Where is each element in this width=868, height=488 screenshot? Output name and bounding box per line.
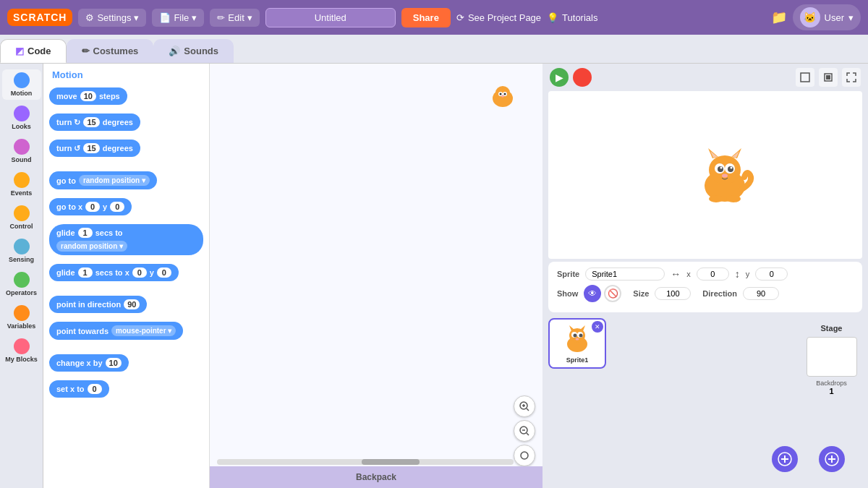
sprite-list-area: ✕ Sprite1: [542, 315, 868, 489]
sidebar-item-myblocks[interactable]: My Blocks: [2, 335, 41, 366]
block-set-x-shape[interactable]: set x to 0: [49, 380, 109, 398]
hide-eye-button[interactable]: 🚫: [604, 285, 621, 302]
block-goto-random[interactable]: go to random position ▾: [49, 171, 203, 194]
size-input[interactable]: [655, 287, 691, 300]
cat-sprite-main: [692, 142, 757, 207]
block-point-dir-input[interactable]: 90: [124, 299, 140, 309]
green-flag-button[interactable]: ▶: [550, 68, 569, 87]
zoom-in-button[interactable]: [514, 395, 535, 417]
block-turn-cw-shape[interactable]: turn ↻ 15 degrees: [49, 114, 140, 131]
settings-button[interactable]: ⚙ Settings ▾: [78, 9, 146, 27]
block-change-x-shape[interactable]: change x by 10: [49, 354, 129, 372]
sprite-item-sprite1[interactable]: ✕ Sprite1: [548, 318, 606, 369]
file-button[interactable]: 📄 File ▾: [152, 9, 204, 27]
block-point-dir[interactable]: point in direction 90: [49, 296, 203, 317]
block-glide-dropdown[interactable]: random position ▾: [56, 241, 127, 252]
scratch-logo[interactable]: SCRATCH: [7, 9, 72, 26]
project-title-input[interactable]: Untitled: [265, 8, 396, 27]
block-turn-ccw[interactable]: turn ↺ 15 degrees: [49, 140, 203, 161]
sounds-icon: 🔊: [169, 46, 180, 56]
x-value-input[interactable]: [697, 267, 729, 281]
sidebar-item-motion[interactable]: Motion: [2, 69, 41, 100]
block-glide-random-shape[interactable]: glide 1 secs to random position ▾: [49, 224, 203, 255]
block-glide-xy-shape[interactable]: glide 1 secs to x 0 y 0: [49, 264, 179, 281]
stage-normal-view-button[interactable]: [796, 68, 814, 87]
block-goto-xy-shape[interactable]: go to x 0 y 0: [49, 198, 132, 215]
block-goto-dropdown[interactable]: random position ▾: [79, 175, 150, 186]
sidebar-item-events[interactable]: Events: [2, 169, 41, 200]
backpack-bar[interactable]: Backpack: [210, 466, 542, 488]
block-turn-ccw-shape[interactable]: turn ↺ 15 degrees: [49, 140, 140, 157]
zoom-reset-button[interactable]: [514, 445, 535, 466]
direction-input[interactable]: [743, 287, 779, 300]
show-label: Show: [557, 289, 578, 298]
block-glide-xy-secs[interactable]: 1: [78, 267, 93, 278]
block-change-x[interactable]: change x by 10: [49, 354, 203, 376]
user-button[interactable]: 🐱 User ▾: [793, 4, 861, 30]
stage-small-view-button[interactable]: [819, 68, 838, 87]
svg-point-34: [726, 195, 741, 202]
block-towards-dropdown[interactable]: mouse-pointer ▾: [111, 325, 176, 336]
tutorials-button[interactable]: 💡 Tutorials: [547, 12, 597, 23]
sidebar-item-variables[interactable]: Variables: [2, 302, 41, 333]
block-glide-secs-input[interactable]: 1: [78, 228, 93, 238]
blocks-panel: Motion move 10 steps turn ↻ 15 degrees t…: [43, 64, 210, 488]
folder-button[interactable]: 📁: [771, 9, 787, 25]
file-icon: 📄: [159, 12, 171, 23]
add-sprite-icon: [778, 452, 792, 466]
block-glide-xy[interactable]: glide 1 secs to x 0 y 0: [49, 264, 203, 286]
y-value-input[interactable]: [755, 267, 788, 281]
svg-line-10: [527, 408, 529, 411]
block-move-shape[interactable]: move 10 steps: [49, 87, 127, 105]
block-goto-x-input[interactable]: 0: [85, 202, 100, 212]
sprite-name-input[interactable]: [585, 267, 665, 281]
show-eye-button[interactable]: 👁: [584, 285, 601, 302]
block-goto-y-input[interactable]: 0: [110, 202, 124, 212]
block-goto-xy[interactable]: go to x 0 y 0: [49, 198, 203, 220]
block-point-towards-shape[interactable]: point towards mouse-pointer ▾: [49, 322, 183, 340]
share-button[interactable]: Share: [401, 8, 451, 27]
zoom-out-button[interactable]: [514, 420, 535, 442]
fullscreen-icon: [846, 72, 856, 82]
sidebar-item-sensing[interactable]: Sensing: [2, 236, 41, 266]
zoom-in-icon: [519, 401, 529, 411]
stage-fullscreen-button[interactable]: [842, 68, 861, 87]
looks-dot: [14, 106, 30, 121]
block-set-x[interactable]: set x to 0: [49, 380, 203, 402]
sidebar-item-looks[interactable]: Looks: [2, 103, 41, 133]
svg-rect-17: [801, 73, 809, 82]
sprite-delete-button[interactable]: ✕: [592, 321, 603, 333]
block-point-towards[interactable]: point towards mouse-pointer ▾: [49, 322, 203, 344]
block-turn-cw[interactable]: turn ↻ 15 degrees: [49, 114, 203, 135]
edit-button[interactable]: ✏ Edit ▾: [210, 9, 259, 27]
horizontal-scroll-thumb[interactable]: [362, 459, 420, 465]
block-point-dir-shape[interactable]: point in direction 90: [49, 296, 147, 313]
add-backdrop-button[interactable]: [819, 446, 845, 472]
tab-sounds[interactable]: 🔊 Sounds: [153, 39, 234, 63]
tab-code[interactable]: ◩ Code: [0, 39, 67, 63]
block-glide-xy-y[interactable]: 0: [157, 267, 171, 278]
block-goto-random-shape[interactable]: go to random position ▾: [49, 171, 157, 189]
scripting-area[interactable]: Backpack: [210, 64, 542, 488]
block-set-x-input[interactable]: 0: [88, 384, 102, 394]
block-move[interactable]: move 10 steps: [49, 87, 203, 109]
blocks-panel-title: Motion: [49, 69, 203, 80]
stop-button[interactable]: [573, 68, 592, 87]
sidebar-item-sound[interactable]: Sound: [2, 136, 41, 166]
x-arrow-icon: ↔: [671, 268, 681, 280]
tab-costumes[interactable]: ✏ Costumes: [67, 39, 154, 63]
block-move-input[interactable]: 10: [80, 91, 96, 101]
see-project-button[interactable]: ⟳ See Project Page: [456, 12, 541, 23]
show-toggle: 👁 🚫: [584, 285, 621, 302]
block-turn-cw-input[interactable]: 15: [83, 117, 99, 127]
sidebar-item-control[interactable]: Control: [2, 202, 41, 233]
add-sprite-button[interactable]: [772, 446, 798, 472]
sprite-info-row-name: Sprite ↔ x ↕ y: [557, 267, 854, 281]
sidebar-item-operators[interactable]: Operators: [2, 269, 41, 299]
block-glide-xy-x[interactable]: 0: [132, 267, 147, 278]
horizontal-scrollbar[interactable]: [217, 459, 514, 465]
block-change-x-input[interactable]: 10: [106, 358, 122, 368]
block-glide-random[interactable]: glide 1 secs to random position ▾: [49, 224, 203, 260]
stage-backdrop-thumb[interactable]: [807, 337, 857, 377]
block-turn-ccw-input[interactable]: 15: [83, 143, 99, 153]
